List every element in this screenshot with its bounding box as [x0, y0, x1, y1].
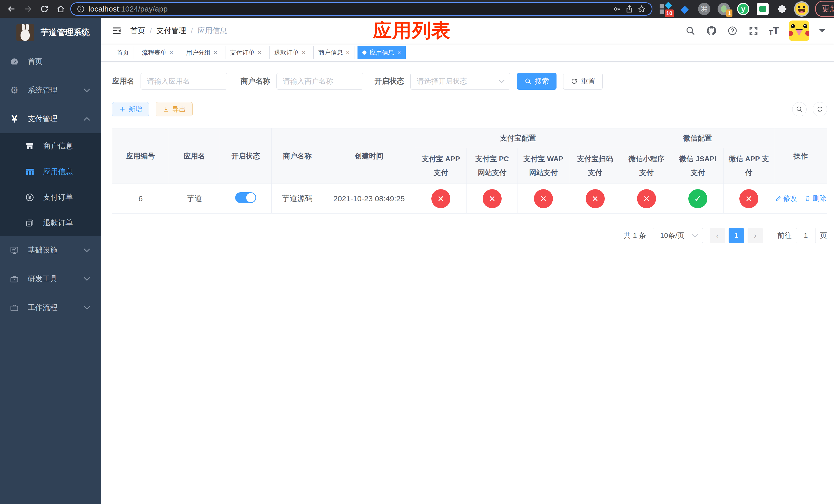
- site-info-icon[interactable]: [77, 5, 85, 13]
- browser-home-button[interactable]: [54, 2, 68, 16]
- current-page[interactable]: 1: [729, 228, 744, 243]
- col-wx-mini: 微信小程序支付: [621, 148, 672, 184]
- browser-extensions: 10 ◆ ⌘ 1 y: [659, 2, 808, 16]
- sidebar-item-pay[interactable]: ¥ 支付管理: [0, 105, 101, 133]
- extension-command-icon[interactable]: ⌘: [698, 2, 711, 16]
- gear-icon: ⚙: [9, 85, 20, 96]
- prev-page-button[interactable]: ‹: [710, 228, 725, 243]
- share-icon[interactable]: [625, 5, 634, 13]
- browser-reload-button[interactable]: [38, 2, 51, 16]
- sidebar-item-refund-order[interactable]: 退款订单: [0, 210, 101, 236]
- tab-close-icon[interactable]: ×: [258, 49, 261, 56]
- col-merchant: 商户名称: [271, 129, 323, 184]
- dashboard-icon: [9, 57, 20, 66]
- font-size-icon[interactable]: TT: [769, 26, 779, 36]
- address-bar[interactable]: localhost:1024/pay/app: [70, 2, 653, 16]
- chevron-down-icon: [692, 234, 698, 237]
- col-wx-jsapi: 微信 JSAPI 支付: [672, 148, 724, 184]
- sidebar-item-merchant-info[interactable]: 商户信息: [0, 133, 101, 159]
- extension-yuque-icon[interactable]: y: [737, 2, 750, 16]
- tab-close-icon[interactable]: ×: [170, 49, 173, 56]
- page-unit-label: 页: [820, 231, 827, 240]
- chrome-update-button[interactable]: 更新: [815, 1, 834, 17]
- extension-chat-icon[interactable]: [756, 2, 769, 16]
- app-table: 应用编号 应用名 开启状态 商户名称 创建时间 支付宝配置 微信配置 操作 支付…: [112, 128, 827, 213]
- password-key-icon[interactable]: [613, 5, 621, 13]
- help-icon[interactable]: [727, 25, 738, 37]
- cell-app-name: 芋道: [169, 184, 220, 213]
- config-status-alipay-app: [431, 189, 450, 208]
- sidebar-item-workflow[interactable]: 工作流程: [0, 293, 101, 322]
- chevron-down-icon: [498, 79, 505, 83]
- sidebar-item-dev-tools[interactable]: 研发工具: [0, 265, 101, 293]
- col-wx-app: 微信 APP 支付: [724, 148, 774, 184]
- extension-recorder-icon[interactable]: 1: [717, 2, 730, 16]
- merchant-name-input[interactable]: [277, 73, 363, 90]
- tab-close-icon[interactable]: ×: [302, 49, 305, 56]
- search-button[interactable]: 搜索: [517, 73, 556, 90]
- page-size-select[interactable]: 10条/页: [653, 228, 703, 243]
- breadcrumb-home[interactable]: 首页: [130, 26, 145, 36]
- search-icon: [796, 106, 803, 113]
- tab-refund-order[interactable]: 退款订单×: [269, 46, 310, 59]
- sidebar-fold-icon[interactable]: [110, 24, 124, 38]
- col-alipay-pc: 支付宝 PC 网站支付: [467, 148, 518, 184]
- delete-button[interactable]: 删除: [804, 194, 826, 203]
- user-avatar[interactable]: [789, 21, 809, 41]
- chevron-down-icon: [84, 88, 90, 92]
- chevron-down-icon: [84, 277, 90, 281]
- browser-profile-avatar[interactable]: [795, 2, 808, 16]
- tab-process-form[interactable]: 流程表单×: [137, 46, 178, 59]
- chevron-down-icon: [84, 248, 90, 252]
- bookmark-star-icon[interactable]: [637, 5, 646, 13]
- tab-user-group[interactable]: 用户分组×: [181, 46, 222, 59]
- edit-button[interactable]: 修改: [775, 194, 797, 203]
- refresh-table-button[interactable]: [813, 102, 827, 116]
- table-toolbar: 新增 导出: [112, 102, 827, 116]
- url-text[interactable]: localhost:1024/pay/app: [88, 5, 609, 13]
- breadcrumb: 首页 / 支付管理 / 应用信息: [130, 26, 227, 36]
- url-host: localhost: [88, 5, 119, 13]
- sidebar-item-pay-order[interactable]: 支付订单: [0, 185, 101, 210]
- sidebar-item-app-info[interactable]: 应用信息: [0, 159, 101, 185]
- breadcrumb-pay[interactable]: 支付管理: [156, 26, 186, 36]
- tab-merchant-info[interactable]: 商户信息×: [313, 46, 354, 59]
- next-page-button[interactable]: ›: [748, 228, 763, 243]
- tab-close-icon[interactable]: ×: [346, 49, 350, 56]
- browser-back-button[interactable]: [5, 2, 19, 16]
- sidebar: 芋道管理系统 首页 ⚙ 系统管理 ¥ 支付管理: [0, 18, 101, 504]
- tab-home[interactable]: 首页: [112, 46, 134, 59]
- search-icon[interactable]: [685, 25, 696, 37]
- status-toggle[interactable]: [235, 192, 256, 203]
- tab-close-icon[interactable]: ×: [397, 49, 401, 56]
- tab-close-icon[interactable]: ×: [214, 49, 217, 56]
- avatar-dropdown-caret[interactable]: [819, 29, 825, 36]
- browser-forward-button[interactable]: [21, 2, 35, 16]
- export-button[interactable]: 导出: [156, 102, 193, 116]
- extension-gem-icon[interactable]: ◆: [678, 2, 692, 16]
- extensions-puzzle-icon[interactable]: [775, 2, 789, 16]
- chevron-up-icon: [84, 117, 90, 121]
- goto-page-input[interactable]: [796, 228, 816, 243]
- status-label: 开启状态: [374, 76, 404, 86]
- monitor-chart-icon: [9, 246, 20, 255]
- sidebar-item-home[interactable]: 首页: [0, 47, 101, 76]
- add-button[interactable]: 新增: [112, 102, 149, 116]
- extension-grid-icon[interactable]: 10: [659, 2, 672, 16]
- tab-pay-order[interactable]: 支付订单×: [225, 46, 266, 59]
- yen-icon: ¥: [9, 113, 20, 125]
- sidebar-item-system[interactable]: ⚙ 系统管理: [0, 76, 101, 105]
- col-create-time: 创建时间: [323, 129, 415, 184]
- refresh-icon: [571, 78, 578, 85]
- cell-app-id: 6: [112, 184, 169, 213]
- total-count: 共 1 条: [624, 231, 646, 240]
- fullscreen-icon[interactable]: [748, 25, 759, 37]
- toggle-search-button[interactable]: [792, 102, 807, 116]
- reset-button[interactable]: 重置: [563, 73, 603, 90]
- status-select[interactable]: 请选择开启状态: [410, 73, 510, 90]
- github-icon[interactable]: [706, 25, 717, 37]
- app-name-input[interactable]: [140, 73, 227, 90]
- sidebar-item-infra[interactable]: 基础设施: [0, 236, 101, 265]
- cell-create-time: 2021-10-23 08:49:25: [323, 184, 415, 213]
- tab-app-info[interactable]: 应用信息×: [357, 46, 406, 59]
